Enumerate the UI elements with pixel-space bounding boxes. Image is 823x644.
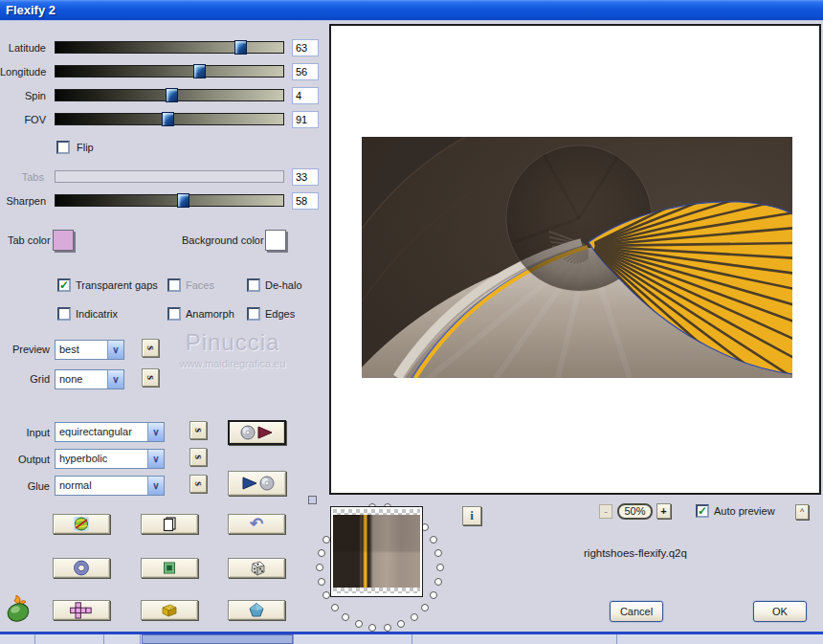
input-dropdown[interactable]: equirectangular ∨ (55, 422, 165, 442)
spin-label: Spin (0, 90, 46, 101)
background-color-swatch[interactable] (265, 230, 286, 251)
latitude-slider[interactable] (55, 41, 284, 54)
de-halo-label: De-halo (265, 279, 302, 291)
glue-dropdown-value: normal (59, 479, 92, 491)
cd-play-icon (239, 425, 276, 440)
latitude-value-field[interactable] (292, 39, 319, 56)
preview-label: Preview (4, 344, 50, 355)
tab-color-label: Tab color (8, 234, 51, 246)
sharpen-slider[interactable] (55, 194, 284, 207)
play-cd-icon (239, 476, 276, 491)
square-frame-button[interactable] (141, 558, 198, 578)
undo-button[interactable]: ↶ (228, 514, 285, 534)
sharpen-value-field[interactable] (292, 192, 319, 210)
output-label: Output (4, 454, 50, 465)
tab-color-swatch[interactable] (53, 230, 74, 251)
longitude-value-field[interactable] (292, 63, 319, 80)
spin-slider[interactable] (55, 89, 284, 101)
dice-button[interactable] (228, 558, 285, 578)
grid-s-button[interactable]: s (142, 368, 159, 387)
taskbar-edge (0, 634, 823, 644)
globe-button[interactable] (53, 514, 110, 534)
preview-image (362, 137, 792, 378)
settings-filename: rightshoes-flexify.q2q (584, 547, 687, 559)
glue-dropdown[interactable]: normal ∨ (55, 476, 165, 496)
auto-preview-label: Auto preview (714, 505, 775, 517)
chevron-down-icon[interactable]: ∨ (107, 341, 123, 359)
tabs-slider (55, 170, 284, 183)
tabs-label: Tabs (0, 171, 44, 183)
indicatrix-checkbox[interactable] (57, 307, 71, 321)
ok-button[interactable]: OK (753, 601, 807, 622)
save-settings-button[interactable] (228, 471, 286, 496)
edges-checkbox[interactable] (247, 307, 260, 321)
longitude-slider[interactable] (55, 65, 284, 78)
glue-s-button[interactable]: s (189, 475, 207, 493)
flip-checkbox[interactable] (56, 141, 70, 154)
chevron-down-icon[interactable]: ∨ (107, 370, 123, 389)
fov-value-field[interactable] (292, 111, 319, 128)
grid-dropdown-value: none (59, 373, 82, 385)
chevron-down-icon[interactable]: ∨ (147, 477, 164, 495)
grid-dropdown[interactable]: none ∨ (55, 369, 124, 389)
zoom-level: 50% (617, 503, 653, 520)
polyhedron-button[interactable] (228, 600, 285, 620)
de-halo-checkbox[interactable] (247, 278, 260, 292)
torus-button[interactable] (53, 558, 110, 578)
preview-dropdown-value: best (59, 344, 79, 355)
auto-preview-checkbox[interactable]: ✓ (696, 504, 709, 518)
output-dropdown[interactable]: hyperbolic ∨ (55, 449, 165, 469)
latitude-slider-thumb[interactable] (234, 40, 247, 55)
indicatrix-label: Indicatrix (76, 308, 118, 320)
input-dropdown-value: equirectangular (59, 426, 132, 437)
spin-slider-thumb[interactable] (166, 88, 178, 102)
spin-value-field[interactable] (292, 87, 319, 104)
cube-net-icon (69, 602, 94, 619)
zoom-in-button[interactable]: + (656, 503, 671, 519)
collapse-button[interactable]: ^ (795, 504, 809, 520)
watermark-url: www.maidiregrafica.eu (144, 358, 322, 369)
undo-arrow-icon: ↶ (250, 518, 263, 531)
glue-label: Glue (4, 480, 50, 492)
sharpen-slider-thumb[interactable] (177, 193, 189, 208)
zoom-out-button[interactable]: - (599, 504, 612, 519)
watermark-name: Pinuccia (161, 329, 304, 356)
transparent-gaps-checkbox[interactable]: ✓ (57, 278, 71, 292)
copy-pages-icon (161, 516, 178, 532)
flaming-pear-logo (5, 595, 35, 626)
tabs-value-field[interactable] (292, 168, 319, 186)
longitude-label: Longitude (0, 66, 46, 78)
preview-dropdown[interactable]: best ∨ (55, 340, 124, 360)
source-thumbnail[interactable] (330, 506, 423, 597)
background-color-label: Background color (182, 234, 264, 246)
unfold-cube-button[interactable] (53, 600, 110, 620)
fov-slider-thumb[interactable] (162, 112, 174, 126)
sharpen-label: Sharpen (0, 195, 46, 207)
fov-slider[interactable] (55, 113, 284, 125)
brick-button[interactable] (141, 600, 198, 620)
output-s-button[interactable]: s (189, 448, 207, 466)
load-settings-button[interactable] (228, 420, 286, 445)
output-dropdown-value: hyperbolic (59, 453, 107, 464)
transparency-checker (333, 588, 420, 593)
globe-icon (73, 516, 90, 532)
info-button[interactable]: i (462, 506, 481, 525)
chevron-down-icon[interactable]: ∨ (147, 450, 164, 468)
longitude-slider-thumb[interactable] (193, 64, 206, 78)
lego-brick-icon (160, 602, 179, 619)
flexify-dialog: Flexify 2 Latitude Longitude Spin FOV Fl… (0, 0, 823, 644)
copy-button[interactable] (141, 514, 198, 534)
cancel-button[interactable]: Cancel (610, 601, 663, 622)
preview-s-button[interactable]: s (142, 339, 159, 357)
fov-label: FOV (0, 114, 46, 125)
input-label: Input (4, 427, 50, 438)
edges-label: Edges (265, 308, 295, 320)
faces-label: Faces (186, 279, 214, 291)
faces-checkbox (167, 278, 181, 292)
title-bar[interactable]: Flexify 2 (0, 0, 823, 21)
anamorph-label: Anamorph (186, 308, 234, 320)
chevron-down-icon[interactable]: ∨ (147, 423, 164, 441)
green-frame-icon (161, 560, 178, 576)
input-s-button[interactable]: s (189, 421, 207, 439)
anamorph-checkbox[interactable] (167, 307, 181, 321)
